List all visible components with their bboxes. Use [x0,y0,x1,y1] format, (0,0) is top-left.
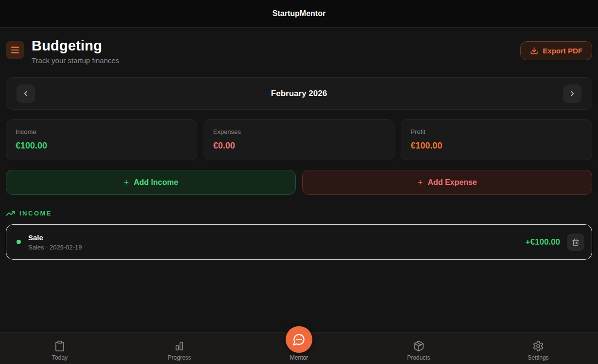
export-pdf-label: Export PDF [543,47,582,55]
nav-label-products: Products [407,354,430,361]
income-item-amount: +€100.00 [526,237,560,247]
income-stat-card: Income €100.00 [6,119,197,160]
nav-label-mentor: Mentor [290,354,308,361]
plus-icon: + [417,178,423,187]
profit-stat-label: Profit [410,128,582,135]
add-expense-label: Add Expense [427,178,477,187]
income-stat-label: Income [16,128,188,135]
stats-row: Income €100.00 Expenses €0.00 Profit €10… [6,119,592,160]
profit-stat-card: Profit €100.00 [401,119,592,160]
expenses-stat-label: Expenses [213,128,385,135]
nav-label-progress: Progress [168,354,191,361]
hamburger-menu-button[interactable] [6,41,24,59]
chat-bubble-icon [292,333,306,346]
page-subtitle: Track your startup finances [32,56,119,65]
nav-item-settings[interactable]: Settings [478,332,598,364]
clipboard-icon [54,340,66,352]
current-month-label: February 2026 [271,89,327,99]
income-item-name: Sale [28,233,82,242]
profit-stat-value: €100.00 [410,141,582,151]
nav-label-today: Today [52,354,68,361]
top-bar: StartupMentor [0,0,598,28]
export-pdf-button[interactable]: Export PDF [520,41,592,60]
month-navigator: February 2026 [6,77,592,110]
page-title: Budgeting [32,38,119,54]
nav-item-progress[interactable]: Progress [120,332,239,364]
income-dot-icon [17,240,21,244]
trash-icon [572,238,580,246]
hamburger-icon [11,47,19,48]
bar-chart-icon [173,340,185,352]
nav-item-mentor[interactable]: Mentor [239,332,359,364]
app-title: StartupMentor [273,9,325,18]
income-list-item: Sale Sales · 2026-02-19 +€100.00 [6,224,592,260]
plus-icon: + [123,178,129,187]
next-month-button[interactable] [563,84,581,103]
income-item-meta: Sales · 2026-02-19 [28,244,82,251]
delete-income-button[interactable] [567,233,584,251]
page-header: Budgeting Track your startup finances Ex… [6,38,592,65]
bottom-navigation: Today Progress Mentor Produc [0,332,598,364]
income-stat-value: €100.00 [16,141,188,151]
add-income-label: Add Income [134,178,178,187]
add-income-button[interactable]: + Add Income [6,170,296,195]
actions-row: + Add Income + Add Expense [6,170,592,195]
trending-up-icon [6,209,15,218]
gear-icon [532,340,544,352]
mentor-button-circle[interactable] [286,326,312,353]
nav-label-settings: Settings [528,354,548,361]
income-section-title: INCOME [19,210,52,217]
expenses-stat-card: Expenses €0.00 [204,119,395,160]
chevron-right-icon [568,89,577,98]
package-icon [413,340,425,352]
add-expense-button[interactable]: + Add Expense [302,170,592,195]
chevron-left-icon [21,89,30,98]
nav-item-today[interactable]: Today [0,332,120,364]
download-icon [530,47,538,55]
expenses-stat-value: €0.00 [213,141,385,151]
main-content: Budgeting Track your startup finances Ex… [0,28,598,260]
income-section-header: INCOME [6,209,592,218]
previous-month-button[interactable] [17,84,35,103]
nav-item-products[interactable]: Products [359,332,478,364]
